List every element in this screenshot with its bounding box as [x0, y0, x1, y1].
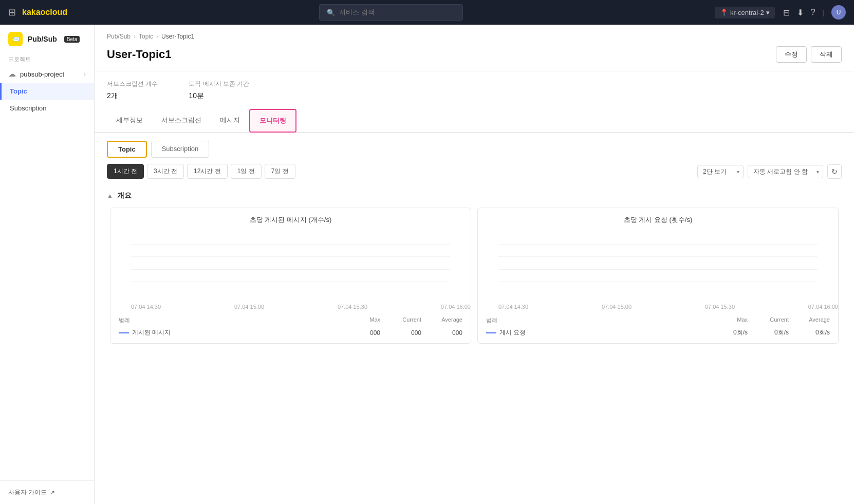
page-title-row: User-Topic1 수정 삭제: [107, 44, 842, 71]
sidebar: 📨 Pub/Sub Beta 프로젝트 ☁ pubsub-project › T…: [0, 25, 95, 504]
retention-label: 토픽 메시지 보존 기간: [189, 80, 249, 88]
x-label-1500: 07.04 15:00: [234, 304, 264, 310]
overview-label: 개요: [117, 191, 132, 200]
info-section: 서브스크립션 개수 2개 토픽 메시지 보존 기간 10분: [95, 71, 854, 109]
tab-message[interactable]: 메시지: [211, 109, 249, 132]
external-link-icon: ↗: [50, 489, 55, 496]
logo: kakaocloud: [22, 8, 67, 17]
view-select-wrapper: 1단 보기 2단 보기 3단 보기: [697, 165, 744, 178]
content-area: Pub/Sub › Topic › User-Topic1 User-Topic…: [95, 25, 854, 504]
top-nav-right: 📍 kr-central-2 ▾ ⊟ ⬇ ? | U: [715, 5, 846, 20]
search-icon: 🔍: [327, 9, 335, 16]
project-chevron-icon: ›: [84, 70, 86, 78]
retention-info: 토픽 메시지 보존 기간 10분: [189, 80, 249, 101]
subscription-count-value: 2개: [107, 91, 158, 101]
x-label-1530: 07.04 15:30: [338, 304, 367, 310]
chart-publish-requests-svg: 5 4 3 2 1 0: [498, 232, 818, 294]
legend-line-icon: [119, 332, 129, 333]
user-guide-label: 사용자 가이드: [8, 488, 47, 497]
legend2-max: 0회/s: [707, 328, 748, 337]
x-label-1430: 07.04 14:30: [131, 304, 161, 310]
top-navigation: ⊞ kakaocloud 🔍 서비스 검색 📍 kr-central-2 ▾ ⊟…: [0, 0, 854, 25]
chart-publish-requests: 초당 게시 요청 (횟수/s) 5 4 3 2: [477, 208, 839, 344]
content-inner: Pub/Sub › Topic › User-Topic1 User-Topic…: [95, 25, 854, 504]
chart-publish-requests-title: 초당 게시 요청 (횟수/s): [478, 208, 838, 228]
chart-published-messages-title: 초당 게시된 메시지 (개수/s): [110, 208, 471, 228]
cloud-icon: ☁: [8, 69, 16, 79]
legend-line2-icon: [486, 332, 496, 333]
subscription-nav-label: Subscription: [10, 104, 47, 112]
help-icon[interactable]: ?: [811, 8, 815, 17]
breadcrumb-topic[interactable]: Topic: [139, 33, 153, 40]
sidebar-item-topic[interactable]: Topic: [0, 83, 94, 100]
time-filter-1d[interactable]: 1일 전: [231, 164, 262, 179]
view-select[interactable]: 1단 보기 2단 보기 3단 보기: [697, 165, 744, 178]
legend2-header: 범례 Max Current Average: [486, 314, 830, 326]
chart-publish-requests-legend: 범례 Max Current Average 게시 요청 0회/s 0회/s: [478, 310, 838, 343]
legend-header: 범례 Max Current Average: [119, 314, 462, 326]
time-filter-12h[interactable]: 12시간 전: [187, 164, 228, 179]
tab-subscription[interactable]: 서브스크립션: [152, 109, 211, 132]
time-filter-1h[interactable]: 1시간 전: [107, 164, 144, 179]
sidebar-project-item[interactable]: ☁ pubsub-project ›: [0, 65, 94, 83]
retention-value: 10분: [189, 91, 249, 101]
breadcrumb-pubsub[interactable]: Pub/Sub: [107, 33, 131, 40]
charts-grid: 초당 게시된 메시지 (개수/s) 5 4: [95, 204, 854, 359]
breadcrumb-current: User-Topic1: [161, 33, 194, 40]
page-title: User-Topic1: [107, 48, 172, 61]
sidebar-footer: 사용자 가이드 ↗: [0, 480, 94, 504]
chart-published-messages-area: 5 4 3 2 1 0 07.04 14:30 07.04 15:00 07.0…: [110, 228, 471, 310]
layout-icon[interactable]: ⊟: [783, 8, 790, 17]
legend-row-requests: 게시 요청 0회/s 0회/s 0회/s: [486, 326, 830, 339]
chart-published-messages-legend: 범례 Max Current Average 게시된 메시지 000 000: [110, 310, 471, 343]
breadcrumb: Pub/Sub › Topic › User-Topic1: [107, 33, 842, 40]
x-label2-1500: 07.04 15:00: [602, 304, 632, 310]
refresh-button[interactable]: ↻: [827, 164, 842, 179]
x-label2-1530: 07.04 15:30: [705, 304, 735, 310]
legend-current: 000: [380, 329, 421, 337]
x-label2-1600: 07.04 16:00: [808, 304, 838, 310]
sidebar-service-header: 📨 Pub/Sub Beta: [0, 25, 94, 50]
sub-tab-subscription[interactable]: Subscription: [151, 141, 210, 158]
chart-publish-requests-area: 5 4 3 2 1 0 07.04 14:30 07.04 15:00 07.0…: [478, 228, 838, 310]
search-bar[interactable]: 🔍 서비스 검색: [319, 4, 463, 21]
collapse-icon[interactable]: ▲: [107, 192, 113, 199]
user-guide-link[interactable]: 사용자 가이드 ↗: [8, 488, 86, 497]
region-label: kr-central-2: [730, 9, 764, 16]
main-layout: 📨 Pub/Sub Beta 프로젝트 ☁ pubsub-project › T…: [0, 25, 854, 504]
legend-row-published: 게시된 메시지 000 000 000: [119, 326, 462, 339]
legend-label-requests: 게시 요청: [486, 328, 707, 337]
overview-header: ▲ 개요: [95, 185, 854, 204]
download-icon[interactable]: ⬇: [797, 8, 804, 17]
sub-tab-topic[interactable]: Topic: [107, 141, 147, 158]
refresh-select[interactable]: 자동 새로고침 안 함 30초마다 1분마다 5분마다: [748, 165, 823, 178]
tab-monitoring[interactable]: 모니터링: [249, 109, 296, 133]
chart-published-messages-svg: 5 4 3 2 1 0: [131, 232, 450, 294]
sub-tabs-section: Topic Subscription: [95, 133, 854, 158]
legend2-average: 0회/s: [789, 328, 830, 337]
delete-button[interactable]: 삭제: [811, 46, 842, 63]
x-label-1600: 07.04 16:00: [441, 304, 471, 310]
filter-right: 1단 보기 2단 보기 3단 보기 자동 새로고침 안 함 30초마다 1분마다…: [697, 164, 842, 179]
breadcrumb-sep-2: ›: [156, 33, 158, 40]
filter-row: 1시간 전 3시간 전 12시간 전 1일 전 7일 전 1단 보기 2단 보기…: [95, 158, 854, 185]
page-actions: 수정 삭제: [776, 46, 842, 63]
region-selector[interactable]: 📍 kr-central-2 ▾: [715, 7, 775, 18]
time-filter-7d[interactable]: 7일 전: [265, 164, 295, 179]
sidebar-item-subscription[interactable]: Subscription: [0, 100, 94, 117]
user-avatar[interactable]: U: [831, 5, 846, 20]
sidebar-service-title: Pub/Sub: [28, 35, 57, 43]
page-header: Pub/Sub › Topic › User-Topic1 User-Topic…: [95, 25, 854, 71]
subscription-count-label: 서브스크립션 개수: [107, 80, 158, 88]
edit-button[interactable]: 수정: [776, 46, 807, 63]
project-name: pubsub-project: [20, 70, 64, 78]
tab-detail[interactable]: 세부정보: [107, 109, 152, 132]
region-chevron-icon: ▾: [766, 9, 770, 16]
legend-average: 000: [421, 329, 462, 337]
grid-icon[interactable]: ⊞: [8, 7, 16, 18]
x-label2-1430: 07.04 14:30: [498, 304, 528, 310]
topic-nav-label: Topic: [10, 87, 27, 95]
time-filter-3h[interactable]: 3시간 전: [147, 164, 184, 179]
location-icon: 📍: [720, 9, 728, 16]
search-placeholder: 서비스 검색: [339, 8, 375, 17]
